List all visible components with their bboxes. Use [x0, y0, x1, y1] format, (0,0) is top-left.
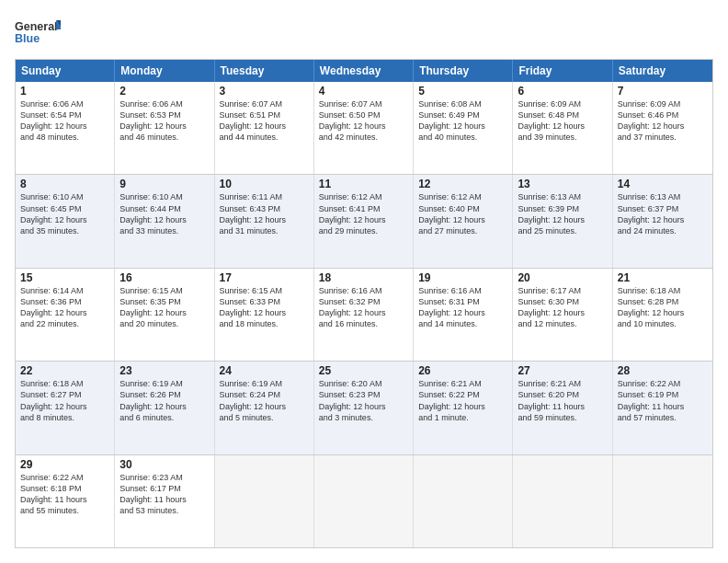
calendar-cell: 6Sunrise: 6:09 AMSunset: 6:48 PMDaylight…: [513, 82, 612, 174]
weekday-header: Wednesday: [314, 60, 414, 82]
weekday-header: Saturday: [613, 60, 712, 82]
day-number: 17: [220, 271, 309, 284]
calendar-cell: 16Sunrise: 6:15 AMSunset: 6:35 PMDayligh…: [115, 269, 214, 361]
day-info: Sunrise: 6:08 AMSunset: 6:49 PMDaylight:…: [418, 98, 507, 144]
day-number: 26: [418, 364, 507, 377]
weekday-header: Sunday: [16, 60, 115, 82]
day-number: 25: [319, 364, 408, 377]
day-number: 19: [418, 271, 507, 284]
calendar-row: 8Sunrise: 6:10 AMSunset: 6:45 PMDaylight…: [16, 174, 712, 267]
page-header: General Blue: [15, 15, 713, 50]
day-number: 27: [518, 364, 607, 377]
day-number: 9: [119, 178, 209, 190]
calendar-cell: 18Sunrise: 6:16 AMSunset: 6:32 PMDayligh…: [314, 269, 414, 361]
calendar-header: SundayMondayTuesdayWednesdayThursdayFrid…: [16, 60, 712, 82]
day-info: Sunrise: 6:15 AMSunset: 6:35 PMDaylight:…: [119, 285, 209, 330]
day-number: 5: [418, 85, 507, 98]
calendar-cell: 29Sunrise: 6:22 AMSunset: 6:18 PMDayligh…: [16, 455, 115, 547]
calendar-cell: 12Sunrise: 6:12 AMSunset: 6:40 PMDayligh…: [414, 175, 513, 267]
calendar-cell: 22Sunrise: 6:18 AMSunset: 6:27 PMDayligh…: [16, 362, 115, 454]
calendar-cell: [513, 455, 612, 547]
day-info: Sunrise: 6:10 AMSunset: 6:44 PMDaylight:…: [119, 191, 209, 236]
calendar-cell: 10Sunrise: 6:11 AMSunset: 6:43 PMDayligh…: [215, 175, 314, 267]
day-number: 21: [618, 271, 708, 284]
day-number: 30: [119, 458, 209, 471]
day-info: Sunrise: 6:07 AMSunset: 6:50 PMDaylight:…: [319, 98, 408, 144]
day-number: 7: [618, 85, 708, 98]
day-info: Sunrise: 6:06 AMSunset: 6:53 PMDaylight:…: [119, 98, 209, 144]
calendar-cell: 25Sunrise: 6:20 AMSunset: 6:23 PMDayligh…: [314, 362, 414, 454]
day-info: Sunrise: 6:15 AMSunset: 6:33 PMDaylight:…: [220, 285, 309, 330]
day-info: Sunrise: 6:21 AMSunset: 6:20 PMDaylight:…: [518, 378, 607, 423]
day-number: 28: [618, 364, 708, 377]
day-number: 23: [119, 364, 209, 377]
calendar-row: 1Sunrise: 6:06 AMSunset: 6:54 PMDaylight…: [16, 82, 712, 174]
day-number: 24: [220, 364, 309, 377]
svg-text:Blue: Blue: [15, 32, 40, 45]
calendar-cell: 28Sunrise: 6:22 AMSunset: 6:19 PMDayligh…: [613, 362, 712, 454]
calendar-cell: 8Sunrise: 6:10 AMSunset: 6:45 PMDaylight…: [16, 175, 115, 267]
weekday-header: Monday: [115, 60, 214, 82]
day-number: 8: [20, 178, 109, 190]
day-info: Sunrise: 6:19 AMSunset: 6:24 PMDaylight:…: [220, 378, 309, 423]
logo-svg: General Blue: [15, 15, 61, 50]
day-info: Sunrise: 6:09 AMSunset: 6:48 PMDaylight:…: [518, 98, 607, 144]
calendar-cell: 24Sunrise: 6:19 AMSunset: 6:24 PMDayligh…: [215, 362, 314, 454]
day-number: 14: [618, 178, 708, 190]
calendar-cell: 14Sunrise: 6:13 AMSunset: 6:37 PMDayligh…: [613, 175, 712, 267]
day-info: Sunrise: 6:13 AMSunset: 6:37 PMDaylight:…: [618, 191, 708, 236]
calendar-cell: 5Sunrise: 6:08 AMSunset: 6:49 PMDaylight…: [414, 82, 513, 174]
calendar-row: 22Sunrise: 6:18 AMSunset: 6:27 PMDayligh…: [16, 361, 712, 454]
calendar-cell: 26Sunrise: 6:21 AMSunset: 6:22 PMDayligh…: [414, 362, 513, 454]
calendar-cell: 17Sunrise: 6:15 AMSunset: 6:33 PMDayligh…: [215, 269, 314, 361]
calendar-cell: 9Sunrise: 6:10 AMSunset: 6:44 PMDaylight…: [115, 175, 214, 267]
calendar-cell: [314, 455, 414, 547]
weekday-header: Friday: [513, 60, 612, 82]
day-info: Sunrise: 6:22 AMSunset: 6:19 PMDaylight:…: [618, 378, 708, 423]
calendar-row: 29Sunrise: 6:22 AMSunset: 6:18 PMDayligh…: [16, 454, 712, 547]
calendar-cell: 20Sunrise: 6:17 AMSunset: 6:30 PMDayligh…: [513, 269, 612, 361]
day-number: 3: [220, 85, 309, 98]
day-info: Sunrise: 6:12 AMSunset: 6:40 PMDaylight:…: [418, 191, 507, 236]
day-info: Sunrise: 6:10 AMSunset: 6:45 PMDaylight:…: [20, 191, 109, 236]
calendar-cell: 2Sunrise: 6:06 AMSunset: 6:53 PMDaylight…: [115, 82, 214, 174]
calendar-cell: 13Sunrise: 6:13 AMSunset: 6:39 PMDayligh…: [513, 175, 612, 267]
calendar-cell: 7Sunrise: 6:09 AMSunset: 6:46 PMDaylight…: [613, 82, 712, 174]
day-info: Sunrise: 6:11 AMSunset: 6:43 PMDaylight:…: [220, 191, 309, 236]
calendar-cell: [613, 455, 712, 547]
day-number: 22: [20, 364, 109, 377]
calendar-cell: [414, 455, 513, 547]
calendar-body: 1Sunrise: 6:06 AMSunset: 6:54 PMDaylight…: [16, 82, 712, 547]
day-number: 4: [319, 85, 408, 98]
calendar-cell: 4Sunrise: 6:07 AMSunset: 6:50 PMDaylight…: [314, 82, 414, 174]
day-number: 1: [20, 85, 109, 98]
calendar-cell: 11Sunrise: 6:12 AMSunset: 6:41 PMDayligh…: [314, 175, 414, 267]
day-number: 2: [119, 85, 209, 98]
day-info: Sunrise: 6:13 AMSunset: 6:39 PMDaylight:…: [518, 191, 607, 236]
day-info: Sunrise: 6:16 AMSunset: 6:31 PMDaylight:…: [418, 285, 507, 330]
calendar-cell: 19Sunrise: 6:16 AMSunset: 6:31 PMDayligh…: [414, 269, 513, 361]
day-info: Sunrise: 6:17 AMSunset: 6:30 PMDaylight:…: [518, 285, 607, 330]
day-number: 16: [119, 271, 209, 284]
calendar-cell: 21Sunrise: 6:18 AMSunset: 6:28 PMDayligh…: [613, 269, 712, 361]
day-info: Sunrise: 6:23 AMSunset: 6:17 PMDaylight:…: [119, 472, 209, 517]
calendar-row: 15Sunrise: 6:14 AMSunset: 6:36 PMDayligh…: [16, 268, 712, 361]
calendar: SundayMondayTuesdayWednesdayThursdayFrid…: [15, 59, 713, 548]
day-number: 11: [319, 178, 408, 190]
day-info: Sunrise: 6:18 AMSunset: 6:27 PMDaylight:…: [20, 378, 109, 423]
calendar-cell: 3Sunrise: 6:07 AMSunset: 6:51 PMDaylight…: [215, 82, 314, 174]
logo: General Blue: [15, 15, 61, 50]
day-number: 29: [20, 458, 109, 471]
day-number: 15: [20, 271, 109, 284]
calendar-cell: [215, 455, 314, 547]
day-number: 12: [418, 178, 507, 190]
calendar-cell: 27Sunrise: 6:21 AMSunset: 6:20 PMDayligh…: [513, 362, 612, 454]
day-info: Sunrise: 6:07 AMSunset: 6:51 PMDaylight:…: [220, 98, 309, 144]
calendar-cell: 23Sunrise: 6:19 AMSunset: 6:26 PMDayligh…: [115, 362, 214, 454]
day-number: 18: [319, 271, 408, 284]
calendar-cell: 1Sunrise: 6:06 AMSunset: 6:54 PMDaylight…: [16, 82, 115, 174]
day-info: Sunrise: 6:19 AMSunset: 6:26 PMDaylight:…: [119, 378, 209, 423]
calendar-cell: 15Sunrise: 6:14 AMSunset: 6:36 PMDayligh…: [16, 269, 115, 361]
day-number: 6: [518, 85, 607, 98]
day-number: 20: [518, 271, 607, 284]
